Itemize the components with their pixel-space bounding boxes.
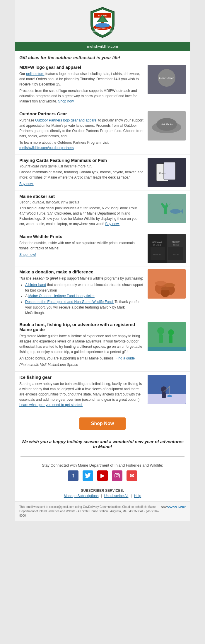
section-wildlife-prints-body1: Bring the outside, inside with one of ou… — [19, 240, 144, 251]
twitter-icon[interactable] — [83, 470, 93, 481]
section-playing-cards-title: Playing Cards Featuring Mammals or Fish — [19, 158, 144, 163]
section-ice-fishing-image — [148, 375, 186, 404]
footer-content: This email was sent to xxxxxx@gmail.com … — [19, 505, 186, 518]
unsubscribe-link[interactable]: Unsubscribe All — [104, 494, 129, 498]
maine-logo-svg: MAINE DEPARTMENT OF INLAND FISHERIES AND… — [88, 6, 117, 38]
section-guide: Book a hunt, fishing trip, or adventure … — [15, 319, 190, 372]
website-bar: mefishwildlife.com — [15, 42, 190, 51]
youtube-icon[interactable]: ▶ — [97, 470, 108, 481]
svg-rect-39 — [159, 334, 163, 343]
svg-text:Hat Photo: Hat Photo — [161, 123, 172, 126]
section-guide-title: Book a hunt, fishing trip, or adventure … — [19, 322, 144, 332]
shop-now-button[interactable]: Shop Now — [79, 417, 126, 430]
section-outdoor-partners-body2: To learn more about the Outdoors Partner… — [19, 140, 144, 150]
section-outdoor-partners-title: Outdoor Partners Gear — [19, 111, 144, 116]
outdoorpartners-url-link[interactable]: mefishwildlife.com/outdoorpartners — [19, 146, 74, 150]
section-logo-gear-title: MDIFW logo gear and apparel — [19, 65, 144, 70]
section-sticker-set-title: Maine sticker set — [19, 194, 144, 199]
online-store-link[interactable]: online store — [26, 72, 44, 76]
section-sticker-set-body1: This high quality decal pack includes a … — [19, 205, 144, 227]
section-guide-body1: Registered Maine guides have a lifetime … — [19, 333, 144, 354]
outdoor-partners-link[interactable]: Outdoor Partners logo gear and apparel — [35, 118, 97, 122]
email-icon[interactable]: ✉ — [127, 470, 137, 481]
svg-point-40 — [168, 329, 174, 335]
buy-now-sticker-link[interactable]: Buy now. — [105, 222, 120, 226]
social-section: Stay Connected with Maine Department of … — [15, 459, 190, 486]
section-playing-cards-image: Cards — [148, 158, 186, 187]
manage-subscriptions-link[interactable]: Manage Subscriptions — [64, 494, 99, 498]
section-logo-gear-body1: Our online store features logo merchandi… — [19, 71, 144, 87]
svg-point-36 — [161, 287, 170, 290]
section-donation-title: Make a donation, make a difference — [19, 269, 144, 274]
section-wildlife-prints: Maine Wildlife Prints Bring the outside,… — [15, 231, 190, 266]
svg-text:MAMMALS: MAMMALS — [152, 241, 162, 243]
facebook-icon[interactable]: f — [68, 470, 78, 481]
social-label: Stay Connected with Maine Department of … — [19, 463, 186, 467]
section-outdoor-partners-image: Hat Photo — [148, 111, 186, 141]
section-guide-body2: An added bonus, you are supporting a sma… — [19, 356, 144, 361]
section-wildlife-prints-text: Maine Wildlife Prints Bring the outside,… — [19, 234, 144, 258]
endangered-fund-link[interactable]: Donate to the Endangered and Non-Game Wi… — [25, 300, 114, 304]
svg-point-51 — [116, 475, 118, 477]
footer-text: This email was sent to xxxxxx@gmail.com … — [19, 505, 161, 518]
section-guide-photo-credit: Photo credit: Visit Maine/Lone Spruce — [19, 362, 144, 367]
section-wildlife-prints-title: Maine Wildlife Prints — [19, 234, 144, 239]
svg-point-38 — [157, 327, 164, 334]
header-logo-area: MAINE DEPARTMENT OF INLAND FISHERIES AND… — [15, 0, 190, 42]
section-logo-gear-text: MDIFW logo gear and apparel Our online s… — [19, 65, 144, 105]
section-sticker-set: Maine sticker set Set of 5 durable, full… — [15, 191, 190, 231]
svg-point-34 — [164, 283, 175, 287]
svg-text:fish art: fish art — [173, 254, 179, 255]
holiday-message: We wish you a happy holiday season and a… — [15, 434, 190, 454]
svg-text:FISH OF: FISH OF — [172, 241, 180, 243]
section-logo-gear: MDIFW logo gear and apparel Our online s… — [15, 62, 190, 108]
govdelivery-logo: GOVGOVDELIVERY — [161, 505, 186, 510]
svg-rect-41 — [169, 335, 172, 343]
section-ice-fishing-body1: Starting a new hobby can be both excitin… — [19, 381, 144, 407]
svg-text:OF MAINE: OF MAINE — [153, 244, 161, 246]
social-icons-row: f ▶ ✉ — [19, 470, 186, 481]
svg-rect-42 — [148, 347, 186, 351]
section-ice-fishing-title: Ice fishing gear — [19, 375, 144, 380]
section-outdoor-partners-body1: Purchase Outdoor Partners logo gear and … — [19, 118, 144, 139]
svg-rect-46 — [162, 392, 166, 398]
section-guide-image — [148, 322, 186, 351]
donation-bullet-list: A birder band that can be proudly worn o… — [19, 282, 144, 316]
section-sticker-set-text: Maine sticker set Set of 5 durable, full… — [19, 194, 144, 228]
section-playing-cards-text: Playing Cards Featuring Mammals or Fish … — [19, 158, 144, 188]
section-donation-body1: 'Tis the season to give! Help support Ma… — [19, 276, 144, 281]
section-ice-fishing: Ice fishing gear Starting a new hobby ca… — [15, 372, 190, 412]
section-playing-cards: Playing Cards Featuring Mammals or Fish … — [15, 155, 190, 191]
section-donation-image — [148, 269, 186, 299]
shop-now-link-1[interactable]: Shop now. — [58, 99, 74, 103]
heritage-fund-link[interactable]: Maine Outdoor Heritage Fund lottery tick… — [28, 294, 95, 298]
svg-text:DEPARTMENT OF: DEPARTMENT OF — [96, 28, 109, 30]
section-sticker-set-subtitle: Set of 5 durable, full color, vinyl deca… — [19, 200, 144, 204]
birder-band-link[interactable]: A birder band — [25, 283, 46, 287]
buy-now-cards-link[interactable]: Buy now. — [19, 182, 34, 186]
svg-point-18 — [170, 209, 181, 214]
instagram-icon[interactable] — [112, 470, 122, 481]
help-link[interactable]: Help — [134, 494, 141, 498]
section-outdoor-partners: Outdoor Partners Gear Purchase Outdoor P… — [15, 108, 190, 155]
main-title: Gift ideas for the outdoor enthusiast in… — [15, 51, 190, 62]
section-donation: Make a donation, make a difference 'Tis … — [15, 266, 190, 319]
subscriber-heading: SUBSCRIBER SERVICES: — [19, 489, 186, 493]
section-guide-text: Book a hunt, fishing trip, or adventure … — [19, 322, 144, 369]
section-sticker-set-image — [148, 194, 186, 223]
find-guide-link[interactable]: Find a guide — [115, 356, 135, 360]
svg-point-52 — [118, 474, 119, 475]
svg-rect-15 — [164, 162, 175, 180]
svg-text:wildlife art: wildlife art — [153, 254, 161, 255]
section-playing-cards-subtitle: Your favorite card game just became more… — [19, 164, 144, 168]
section-ice-fishing-text: Ice fishing gear Starting a new hobby ca… — [19, 375, 144, 409]
ice-fishing-learn-link[interactable]: Learn what gear you need to get started. — [19, 403, 83, 407]
shop-now-btn-area: Shop Now — [15, 412, 190, 434]
section-logo-gear-body2: Proceeds from the sale of logo merchandi… — [19, 88, 144, 104]
section-logo-gear-image: Gear Photo — [148, 65, 186, 94]
section-playing-cards-body1: Choose mammals of Maine, featuring Canad… — [19, 169, 144, 180]
svg-text:Gear Photo: Gear Photo — [159, 77, 174, 80]
shop-now-prints-link[interactable]: Shop now! — [19, 253, 36, 257]
divider-1 — [20, 456, 184, 457]
svg-text:MAINE: MAINE — [173, 244, 179, 246]
